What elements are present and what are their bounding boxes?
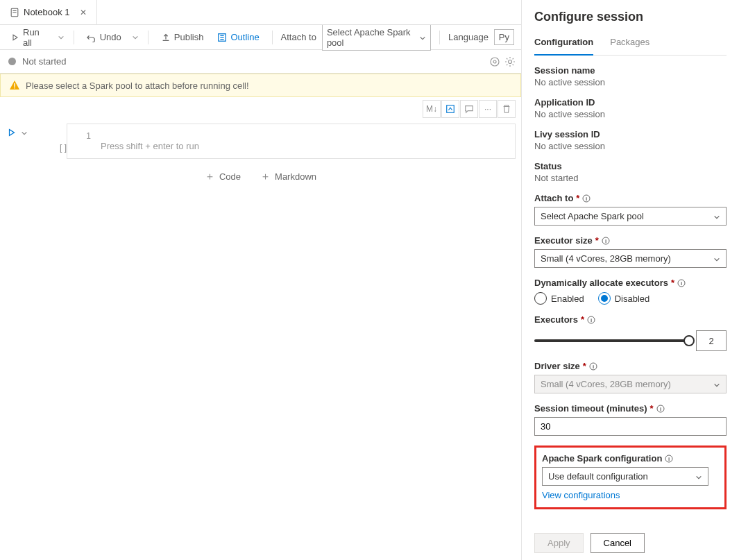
attach-to-selected-value: Select Apache Spark pool	[541, 211, 644, 221]
svg-rect-11	[14, 83, 15, 87]
executor-size-select[interactable]: Small (4 vCores, 28GB memory)	[534, 249, 727, 268]
notebook-area: Notebook 1 ✕ Run all Undo Publish Outlin…	[0, 0, 521, 560]
attach-to-field: Attach to* i Select Apache Spark pool	[534, 193, 727, 226]
tab-title: Notebook 1	[24, 7, 70, 17]
convert-cell-icon[interactable]	[441, 100, 459, 118]
language-select[interactable]: Py	[494, 29, 514, 45]
status-text: Not started	[22, 56, 67, 67]
svg-text:i: i	[586, 196, 587, 202]
panel-tabs: Configuration Packages	[534, 33, 727, 56]
chevron-down-icon	[695, 471, 702, 482]
tab-packages[interactable]: Packages	[610, 33, 649, 55]
run-cell-icon[interactable]	[7, 128, 17, 137]
chevron-down-icon[interactable]	[21, 128, 28, 137]
svg-text:i: i	[593, 364, 594, 370]
executor-size-field: Executor size* i Small (4 vCores, 28GB m…	[534, 235, 727, 268]
panel-title: Configure session	[534, 10, 727, 24]
undo-caret-icon[interactable]	[131, 34, 139, 41]
status-dot-icon	[8, 58, 16, 65]
undo-button[interactable]: Undo	[83, 28, 126, 46]
add-markdown-button[interactable]: ＋ Markdown	[260, 170, 316, 183]
add-cell-row: ＋ Code ＋ Markdown	[0, 159, 521, 194]
tab-bar: Notebook 1 ✕	[0, 0, 521, 25]
info-icon[interactable]: i	[589, 362, 597, 371]
close-icon[interactable]: ✕	[80, 8, 87, 17]
divider	[148, 31, 148, 44]
radio-enabled-label: Enabled	[551, 294, 584, 304]
banner-text: Please select a Spark pool to attach bef…	[26, 80, 249, 91]
info-icon[interactable]: i	[677, 279, 686, 287]
code-cell: [ ] 1	[0, 121, 521, 159]
svg-text:i: i	[681, 280, 682, 287]
info-icon[interactable]: i	[656, 405, 665, 413]
chevron-down-icon	[713, 253, 720, 264]
kernel-icon[interactable]	[489, 56, 500, 67]
slider-thumb[interactable]	[683, 335, 695, 346]
attach-to-select[interactable]: Select Apache Spark pool	[322, 24, 431, 51]
settings-icon[interactable]	[504, 56, 516, 67]
md-toggle-button[interactable]: M↓	[423, 100, 441, 118]
cell-exec-brackets: [ ]	[47, 124, 67, 153]
cancel-button[interactable]: Cancel	[591, 533, 645, 553]
session-timeout-input[interactable]	[534, 417, 727, 436]
comment-icon[interactable]	[460, 100, 478, 118]
run-all-label: Run all	[23, 27, 47, 48]
run-all-button[interactable]: Run all	[7, 24, 51, 51]
session-status-label: Status	[534, 161, 727, 171]
chevron-down-icon	[713, 211, 720, 221]
language-value: Py	[499, 32, 509, 42]
divider	[272, 31, 273, 44]
warning-icon	[9, 80, 20, 91]
cell-gutter	[7, 124, 47, 137]
language-label: Language	[448, 32, 489, 42]
radio-enabled[interactable]: Enabled	[534, 292, 584, 305]
code-input[interactable]	[98, 124, 515, 158]
more-icon[interactable]: ···	[479, 100, 497, 118]
chevron-down-icon	[419, 32, 426, 42]
notebook-icon	[10, 8, 19, 17]
publish-button[interactable]: Publish	[157, 28, 208, 46]
svg-text:i: i	[668, 456, 670, 462]
info-icon[interactable]: i	[582, 194, 591, 203]
radio-disabled[interactable]: Disabled	[598, 292, 650, 305]
tab-configuration[interactable]: Configuration	[534, 33, 593, 56]
cell-editor[interactable]: 1	[67, 124, 516, 159]
svg-text:i: i	[605, 238, 606, 244]
session-name-value: No active session	[534, 77, 727, 87]
session-status-value: Not started	[534, 173, 727, 183]
executors-slider[interactable]	[534, 339, 689, 342]
divider	[74, 31, 74, 44]
delete-cell-icon[interactable]	[498, 100, 516, 118]
info-icon[interactable]: i	[665, 455, 673, 463]
info-icon[interactable]: i	[602, 237, 610, 245]
dynamic-executors-field: Dynamically allocate executors* i Enable…	[534, 278, 727, 305]
livy-id-label: Livy session ID	[534, 129, 727, 139]
status-bar: Not started	[0, 50, 521, 74]
driver-size-value: Small (4 vCores, 28GB memory)	[541, 379, 671, 389]
view-configurations-link[interactable]: View configurations	[542, 490, 620, 500]
driver-size-select: Small (4 vCores, 28GB memory)	[534, 375, 727, 393]
required-icon: *	[595, 235, 599, 246]
dynamic-executors-label: Dynamically allocate executors	[534, 278, 668, 288]
executors-count[interactable]: 2	[696, 330, 727, 351]
session-name-field: Session name No active session	[534, 65, 727, 87]
add-code-label: Code	[219, 171, 241, 182]
add-code-button[interactable]: ＋ Code	[205, 170, 241, 183]
line-number: 1	[67, 124, 98, 158]
attach-to-select[interactable]: Select Apache Spark pool	[534, 207, 727, 226]
run-all-caret-icon[interactable]	[57, 34, 65, 41]
svg-text:i: i	[591, 317, 592, 323]
undo-label: Undo	[100, 32, 121, 42]
configure-session-panel: Configure session Configuration Packages…	[521, 0, 739, 560]
tab-notebook1[interactable]: Notebook 1 ✕	[0, 0, 97, 24]
radio-disabled-label: Disabled	[615, 294, 650, 304]
toolbar: Run all Undo Publish Outline Attach to S…	[0, 25, 521, 50]
info-icon[interactable]: i	[587, 316, 595, 324]
outline-button[interactable]: Outline	[213, 28, 263, 46]
executors-label: Executors	[534, 314, 578, 325]
svg-marker-14	[10, 130, 15, 136]
svg-point-8	[491, 58, 499, 66]
spark-config-select[interactable]: Use default configuration	[542, 467, 708, 486]
livy-id-field: Livy session ID No active session	[534, 129, 727, 151]
attach-to-label: Attach to	[534, 193, 573, 203]
